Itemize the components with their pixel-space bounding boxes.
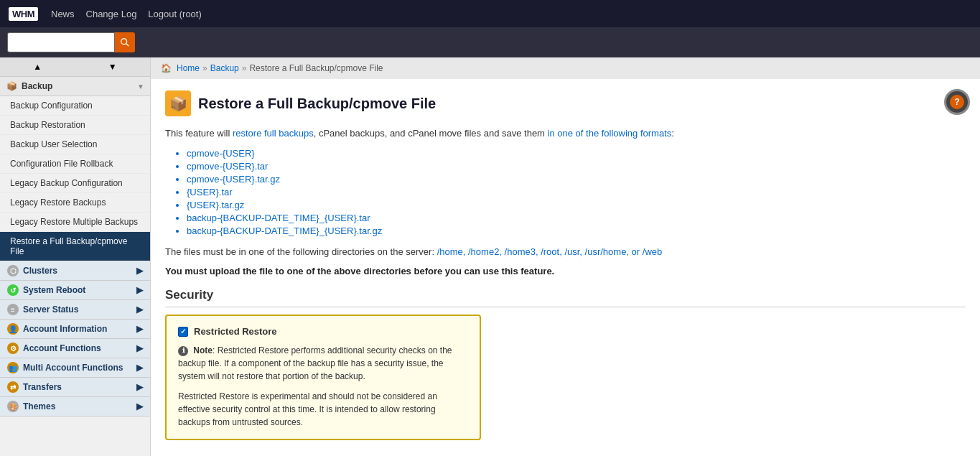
search-bar-area [0, 27, 980, 57]
home-icon: 🏠 [161, 63, 171, 73]
sidebar-group-account-information[interactable]: 👤Account Information ▶ [0, 320, 150, 339]
content-area: 🏠 Home » Backup » Restore a Full Backup/… [151, 57, 980, 456]
sidebar-backup-header[interactable]: 📦 Backup ▼ [0, 77, 150, 96]
sidebar-group-multi-account[interactable]: 👥Multi Account Functions ▶ [0, 358, 150, 378]
breadcrumb-sep2: » [242, 63, 247, 73]
security-box: Restricted Restore ℹ Note: Restricted Re… [165, 315, 481, 440]
sidebar-item-backup-restoration[interactable]: Backup Restoration [0, 116, 150, 135]
sidebar-scroll-down[interactable]: ▼ [75, 57, 151, 76]
sidebar-group-server-status[interactable]: ≡Server Status ▶ [0, 300, 150, 320]
themes-arrow: ▶ [136, 401, 143, 411]
search-button[interactable] [115, 32, 135, 52]
note-label: Note [193, 345, 213, 355]
system-reboot-arrow: ▶ [136, 285, 143, 295]
help-button-icon: ? [950, 95, 964, 109]
account-functions-arrow: ▶ [136, 343, 143, 353]
intro-text: This feature will restore full backups, … [165, 126, 966, 141]
transfers-arrow: ▶ [136, 382, 143, 392]
sidebar-item-legacy-restore-multiple[interactable]: Legacy Restore Multiple Backups [0, 213, 150, 232]
sidebar-group-clusters[interactable]: ⬡Clusters ▶ [0, 261, 150, 281]
dir-text-prefix: The files must be in one of the followin… [165, 246, 437, 257]
whm-logo: WHM [9, 7, 38, 21]
account-info-icon: 👤 [7, 323, 19, 335]
nav-news[interactable]: News [51, 9, 75, 19]
sidebar-item-configuration-rollback[interactable]: Configuration File Rollback [0, 154, 150, 174]
sidebar-item-backup-configuration[interactable]: Backup Configuration [0, 96, 150, 116]
breadcrumb-home[interactable]: Home [177, 63, 200, 73]
format-item: cpmove-{USER} [187, 148, 966, 159]
help-button[interactable]: ? [944, 89, 970, 115]
system-reboot-icon: ↺ [7, 284, 19, 296]
nav-logout[interactable]: Logout (root) [148, 9, 201, 19]
search-icon [120, 37, 130, 47]
intro-text-static-2: , cPanel backups, and cPanel move files … [314, 128, 548, 139]
server-status-icon: ≡ [7, 304, 19, 315]
transfers-icon: ⇄ [7, 381, 19, 393]
top-navigation: WHM News Change Log Logout (root) [0, 0, 980, 27]
page-title-row: 📦 Restore a Full Backup/cpmove File [165, 90, 966, 116]
note-block: ℹ Note: Restricted Restore performs addi… [178, 344, 468, 383]
security-section-title: Security [165, 288, 966, 307]
directory-text: The files must be in one of the followin… [165, 245, 966, 259]
format-item: backup-{BACKUP-DATE_TIME}_{USER}.tar [187, 213, 966, 223]
server-status-arrow: ▶ [136, 304, 143, 315]
themes-icon: 🎨 [7, 401, 19, 412]
main-layout: ▲ ▼ 📦 Backup ▼ Backup Configuration Back… [0, 57, 980, 456]
format-list: cpmove-{USER} cpmove-{USER}.tar cpmove-{… [165, 148, 966, 236]
page-content: ? 📦 Restore a Full Backup/cpmove File Th… [151, 79, 980, 456]
sidebar-scroll-controls: ▲ ▼ [0, 57, 150, 77]
format-item: cpmove-{USER}.tar [187, 161, 966, 172]
sidebar-group-themes[interactable]: 🎨Themes ▶ [0, 397, 150, 417]
intro-text-static-3: : [671, 128, 674, 139]
restricted-restore-row: Restricted Restore [178, 326, 468, 337]
account-info-arrow: ▶ [136, 324, 143, 334]
dir-links: /home, /home2, /home3, /root, /usr, /usr… [437, 246, 663, 257]
search-input[interactable] [7, 32, 115, 52]
sidebar-section-label: Backup [22, 81, 52, 91]
sidebar-group-account-functions[interactable]: ⚙Account Functions ▶ [0, 339, 150, 358]
multi-account-arrow: ▶ [136, 363, 143, 373]
sidebar-item-backup-user-selection[interactable]: Backup User Selection [0, 135, 150, 154]
format-item: backup-{BACKUP-DATE_TIME}_{USER}.tar.gz [187, 225, 966, 236]
restricted-restore-checkbox[interactable] [178, 327, 188, 337]
experimental-text: Restricted Restore is experimental and s… [178, 390, 468, 429]
multi-account-icon: 👥 [7, 362, 19, 373]
sidebar-scroll-up[interactable]: ▲ [0, 57, 75, 76]
intro-text-static-1: This feature will [165, 128, 233, 139]
restricted-restore-label: Restricted Restore [194, 326, 277, 337]
sidebar: ▲ ▼ 📦 Backup ▼ Backup Configuration Back… [0, 57, 151, 456]
note-text: : Restricted Restore performs additional… [178, 345, 452, 381]
sidebar-group-transfers[interactable]: ⇄Transfers ▶ [0, 378, 150, 397]
sidebar-item-restore-full-backup[interactable]: Restore a Full Backup/cpmove File [0, 232, 150, 261]
svg-line-1 [126, 44, 129, 47]
sidebar-section-arrow: ▼ [137, 83, 144, 90]
breadcrumb-sep1: » [202, 63, 207, 73]
must-upload-text: You must upload the file to one of the a… [165, 266, 966, 276]
backup-section-icon: 📦 [6, 80, 17, 92]
format-item: {USER}.tar.gz [187, 200, 966, 210]
breadcrumb: 🏠 Home » Backup » Restore a Full Backup/… [151, 57, 980, 79]
sidebar-item-legacy-backup-configuration[interactable]: Legacy Backup Configuration [0, 174, 150, 193]
sidebar-group-system-reboot[interactable]: ↺System Reboot ▶ [0, 281, 150, 300]
page-title-icon: 📦 [165, 90, 191, 116]
nav-changelog[interactable]: Change Log [86, 9, 137, 19]
sidebar-nav: Backup Configuration Backup Restoration … [0, 96, 150, 456]
format-item: cpmove-{USER}.tar.gz [187, 174, 966, 185]
clusters-icon: ⬡ [7, 265, 19, 276]
format-item: {USER}.tar [187, 187, 966, 197]
intro-highlight-2: in one of the following formats [548, 128, 672, 139]
note-icon: ℹ [178, 346, 188, 356]
breadcrumb-backup[interactable]: Backup [210, 63, 239, 73]
svg-point-0 [121, 39, 127, 45]
sidebar-item-legacy-restore-backups[interactable]: Legacy Restore Backups [0, 193, 150, 213]
clusters-arrow: ▶ [136, 266, 143, 276]
intro-highlight-1: restore full backups [233, 128, 314, 139]
breadcrumb-current: Restore a Full Backup/cpmove File [249, 63, 383, 73]
page-title: Restore a Full Backup/cpmove File [198, 96, 436, 112]
account-functions-icon: ⚙ [7, 343, 19, 354]
whm-logo-text: WHM [9, 7, 38, 21]
